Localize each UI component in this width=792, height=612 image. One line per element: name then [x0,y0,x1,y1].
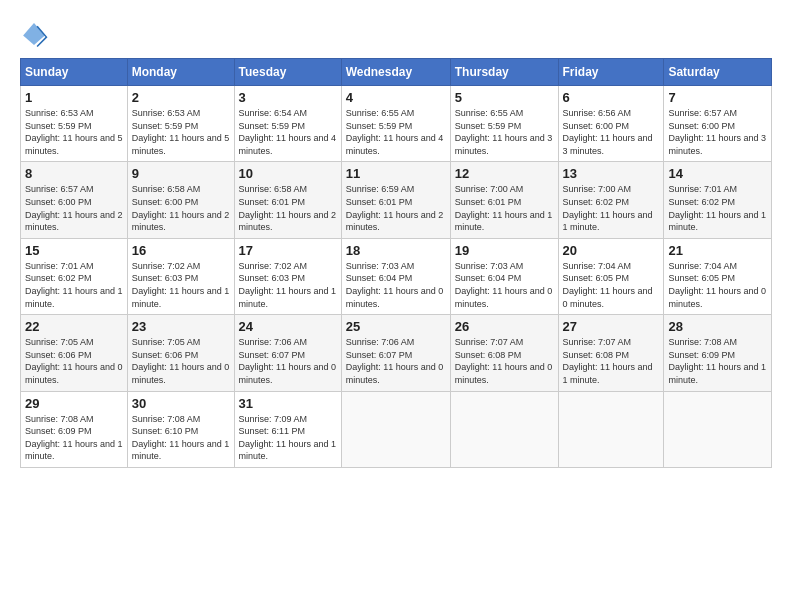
day-number: 16 [132,243,230,258]
day-number: 20 [563,243,660,258]
calendar-cell: 23Sunrise: 7:05 AMSunset: 6:06 PMDayligh… [127,315,234,391]
day-info: Sunrise: 7:08 AMSunset: 6:09 PMDaylight:… [25,413,123,463]
day-info: Sunrise: 7:03 AMSunset: 6:04 PMDaylight:… [455,260,554,310]
day-number: 25 [346,319,446,334]
calendar-cell: 3Sunrise: 6:54 AMSunset: 5:59 PMDaylight… [234,86,341,162]
calendar-cell: 21Sunrise: 7:04 AMSunset: 6:05 PMDayligh… [664,238,772,314]
calendar-cell: 17Sunrise: 7:02 AMSunset: 6:03 PMDayligh… [234,238,341,314]
day-info: Sunrise: 7:05 AMSunset: 6:06 PMDaylight:… [25,336,123,386]
day-number: 1 [25,90,123,105]
day-number: 24 [239,319,337,334]
day-number: 29 [25,396,123,411]
day-info: Sunrise: 7:06 AMSunset: 6:07 PMDaylight:… [346,336,446,386]
day-number: 12 [455,166,554,181]
day-info: Sunrise: 7:08 AMSunset: 6:10 PMDaylight:… [132,413,230,463]
calendar-cell: 27Sunrise: 7:07 AMSunset: 6:08 PMDayligh… [558,315,664,391]
calendar-cell: 26Sunrise: 7:07 AMSunset: 6:08 PMDayligh… [450,315,558,391]
day-number: 22 [25,319,123,334]
day-info: Sunrise: 7:04 AMSunset: 6:05 PMDaylight:… [563,260,660,310]
day-number: 27 [563,319,660,334]
day-info: Sunrise: 7:05 AMSunset: 6:06 PMDaylight:… [132,336,230,386]
calendar-cell: 2Sunrise: 6:53 AMSunset: 5:59 PMDaylight… [127,86,234,162]
calendar-cell: 12Sunrise: 7:00 AMSunset: 6:01 PMDayligh… [450,162,558,238]
day-number: 14 [668,166,767,181]
calendar-cell: 25Sunrise: 7:06 AMSunset: 6:07 PMDayligh… [341,315,450,391]
calendar-cell: 24Sunrise: 7:06 AMSunset: 6:07 PMDayligh… [234,315,341,391]
calendar-cell: 9Sunrise: 6:58 AMSunset: 6:00 PMDaylight… [127,162,234,238]
page-header [20,20,772,48]
day-info: Sunrise: 6:54 AMSunset: 5:59 PMDaylight:… [239,107,337,157]
calendar-cell: 5Sunrise: 6:55 AMSunset: 5:59 PMDaylight… [450,86,558,162]
day-info: Sunrise: 7:09 AMSunset: 6:11 PMDaylight:… [239,413,337,463]
day-number: 30 [132,396,230,411]
calendar-cell [341,391,450,467]
day-number: 28 [668,319,767,334]
day-number: 4 [346,90,446,105]
day-number: 18 [346,243,446,258]
day-info: Sunrise: 7:04 AMSunset: 6:05 PMDaylight:… [668,260,767,310]
calendar-week-5: 29Sunrise: 7:08 AMSunset: 6:09 PMDayligh… [21,391,772,467]
calendar-cell: 18Sunrise: 7:03 AMSunset: 6:04 PMDayligh… [341,238,450,314]
calendar-cell: 6Sunrise: 6:56 AMSunset: 6:00 PMDaylight… [558,86,664,162]
day-info: Sunrise: 7:01 AMSunset: 6:02 PMDaylight:… [668,183,767,233]
day-info: Sunrise: 6:58 AMSunset: 6:01 PMDaylight:… [239,183,337,233]
calendar-cell: 28Sunrise: 7:08 AMSunset: 6:09 PMDayligh… [664,315,772,391]
day-number: 6 [563,90,660,105]
day-info: Sunrise: 7:07 AMSunset: 6:08 PMDaylight:… [563,336,660,386]
calendar-cell [664,391,772,467]
day-number: 15 [25,243,123,258]
day-number: 19 [455,243,554,258]
day-number: 5 [455,90,554,105]
day-info: Sunrise: 7:07 AMSunset: 6:08 PMDaylight:… [455,336,554,386]
calendar-cell: 22Sunrise: 7:05 AMSunset: 6:06 PMDayligh… [21,315,128,391]
day-number: 9 [132,166,230,181]
calendar-cell [558,391,664,467]
day-number: 2 [132,90,230,105]
day-info: Sunrise: 6:56 AMSunset: 6:00 PMDaylight:… [563,107,660,157]
logo-icon [20,20,48,48]
weekday-header-sunday: Sunday [21,59,128,86]
day-info: Sunrise: 7:08 AMSunset: 6:09 PMDaylight:… [668,336,767,386]
day-info: Sunrise: 6:59 AMSunset: 6:01 PMDaylight:… [346,183,446,233]
day-info: Sunrise: 7:06 AMSunset: 6:07 PMDaylight:… [239,336,337,386]
calendar-cell: 30Sunrise: 7:08 AMSunset: 6:10 PMDayligh… [127,391,234,467]
day-number: 10 [239,166,337,181]
calendar-week-3: 15Sunrise: 7:01 AMSunset: 6:02 PMDayligh… [21,238,772,314]
weekday-header-friday: Friday [558,59,664,86]
day-number: 21 [668,243,767,258]
day-info: Sunrise: 6:53 AMSunset: 5:59 PMDaylight:… [132,107,230,157]
calendar-cell: 1Sunrise: 6:53 AMSunset: 5:59 PMDaylight… [21,86,128,162]
day-number: 31 [239,396,337,411]
calendar-cell: 19Sunrise: 7:03 AMSunset: 6:04 PMDayligh… [450,238,558,314]
day-info: Sunrise: 6:55 AMSunset: 5:59 PMDaylight:… [346,107,446,157]
day-number: 7 [668,90,767,105]
calendar-cell: 8Sunrise: 6:57 AMSunset: 6:00 PMDaylight… [21,162,128,238]
calendar-cell: 14Sunrise: 7:01 AMSunset: 6:02 PMDayligh… [664,162,772,238]
weekday-header-monday: Monday [127,59,234,86]
day-info: Sunrise: 6:53 AMSunset: 5:59 PMDaylight:… [25,107,123,157]
calendar-cell: 10Sunrise: 6:58 AMSunset: 6:01 PMDayligh… [234,162,341,238]
day-number: 3 [239,90,337,105]
calendar-week-2: 8Sunrise: 6:57 AMSunset: 6:00 PMDaylight… [21,162,772,238]
calendar-cell: 31Sunrise: 7:09 AMSunset: 6:11 PMDayligh… [234,391,341,467]
calendar-cell: 29Sunrise: 7:08 AMSunset: 6:09 PMDayligh… [21,391,128,467]
calendar-cell: 4Sunrise: 6:55 AMSunset: 5:59 PMDaylight… [341,86,450,162]
day-info: Sunrise: 6:55 AMSunset: 5:59 PMDaylight:… [455,107,554,157]
weekday-header-row: SundayMondayTuesdayWednesdayThursdayFrid… [21,59,772,86]
weekday-header-thursday: Thursday [450,59,558,86]
calendar-cell: 11Sunrise: 6:59 AMSunset: 6:01 PMDayligh… [341,162,450,238]
day-info: Sunrise: 7:00 AMSunset: 6:02 PMDaylight:… [563,183,660,233]
calendar-cell: 7Sunrise: 6:57 AMSunset: 6:00 PMDaylight… [664,86,772,162]
weekday-header-wednesday: Wednesday [341,59,450,86]
calendar-week-1: 1Sunrise: 6:53 AMSunset: 5:59 PMDaylight… [21,86,772,162]
day-number: 17 [239,243,337,258]
calendar-week-4: 22Sunrise: 7:05 AMSunset: 6:06 PMDayligh… [21,315,772,391]
day-number: 26 [455,319,554,334]
calendar-cell: 16Sunrise: 7:02 AMSunset: 6:03 PMDayligh… [127,238,234,314]
weekday-header-tuesday: Tuesday [234,59,341,86]
day-info: Sunrise: 6:58 AMSunset: 6:00 PMDaylight:… [132,183,230,233]
logo [20,20,52,48]
day-number: 23 [132,319,230,334]
day-number: 11 [346,166,446,181]
day-number: 8 [25,166,123,181]
